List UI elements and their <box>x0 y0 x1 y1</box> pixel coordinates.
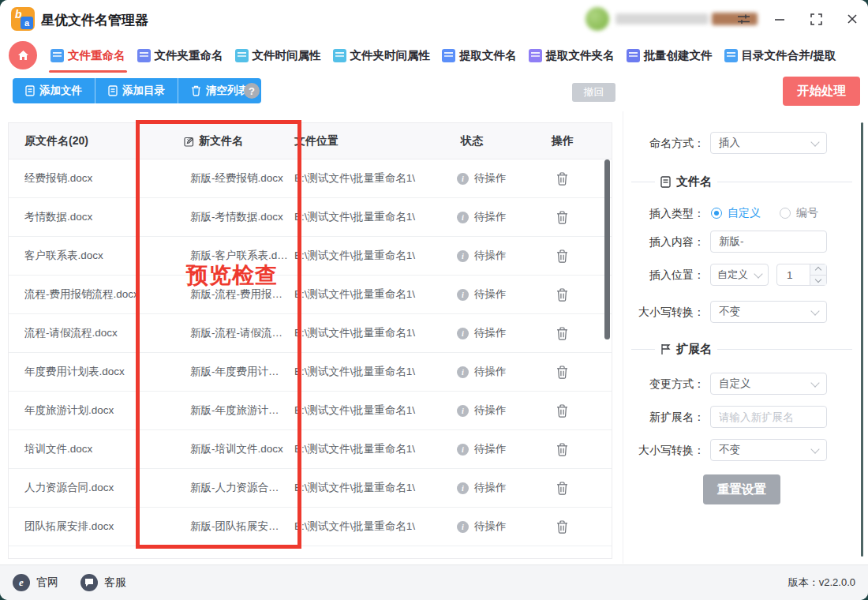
cell-actions <box>545 482 612 495</box>
table-row: 考情数据.docx新版-考情数据.docxE:\测试文件\批量重命名1\i待操作 <box>9 198 612 237</box>
tab-6[interactable]: 提取文件夹名 <box>527 38 616 73</box>
stepper-down-button[interactable] <box>810 276 826 286</box>
close-icon[interactable] <box>844 11 860 27</box>
version-label: 版本：v2.2.0.0 <box>788 576 855 590</box>
cell-new-name: 新版-培训文件.docx <box>190 442 294 456</box>
start-process-button[interactable]: 开始处理 <box>783 77 860 106</box>
tab-5[interactable]: 提取文件名 <box>440 38 518 73</box>
delete-row-button[interactable] <box>556 443 568 456</box>
official-website-link[interactable]: e 官网 <box>13 574 58 591</box>
change-method-select[interactable]: 自定义 <box>710 373 827 395</box>
avatar[interactable] <box>586 7 609 31</box>
cell-actions <box>545 211 612 224</box>
table-row: 培训文件.docx新版-培训文件.docxE:\测试文件\批量重命名1\i待操作 <box>9 430 612 469</box>
col-actions: 操作 <box>545 134 612 148</box>
info-icon: i <box>457 444 469 456</box>
cell-new-name: 新版-人力资源合同.docx <box>190 481 294 495</box>
trash-icon <box>556 443 568 456</box>
table-row-partial: i <box>9 546 612 559</box>
cell-new-name: 新版-客户联系表.docx <box>190 249 294 263</box>
radio-number[interactable]: 编号 <box>780 206 818 220</box>
window-controls <box>735 0 860 38</box>
chevron-down-icon <box>810 137 819 146</box>
cell-status: i待操作 <box>457 171 545 186</box>
delete-row-button[interactable] <box>556 211 568 224</box>
tab-3[interactable]: 文件时间属性 <box>234 38 323 73</box>
tab-8[interactable]: 目录文件合并/提取 <box>723 38 838 73</box>
delete-row-button[interactable] <box>556 482 568 495</box>
delete-row-button[interactable] <box>556 172 568 186</box>
tab-doc-icon <box>137 49 151 62</box>
case-convert-select[interactable]: 不变 <box>710 301 827 323</box>
cell-original-name: 流程-请假流程.docx <box>24 326 190 340</box>
customer-support-link[interactable]: 客服 <box>80 574 126 591</box>
add-folder-label: 添加目录 <box>122 84 165 98</box>
tab-doc-icon <box>627 49 640 62</box>
settings-sliders-icon[interactable] <box>735 11 751 27</box>
tab-4[interactable]: 文件夹时间属性 <box>331 38 432 73</box>
cell-location: E:\测试文件\批量重命名1\ <box>294 249 457 263</box>
cell-status: i待操作 <box>457 519 545 534</box>
file-icon <box>108 85 118 96</box>
stepper-up-button[interactable] <box>810 264 826 276</box>
trash-icon <box>556 288 568 302</box>
home-button[interactable] <box>9 41 37 69</box>
naming-method-label: 命名方式： <box>620 132 705 154</box>
radio-selected-icon <box>711 208 722 219</box>
tab-2[interactable]: 文件夹重命名 <box>136 38 225 73</box>
edit-icon <box>184 136 195 147</box>
username-blurred <box>615 13 709 24</box>
tabbar: 文件重命名文件夹重命名文件时间属性文件夹时间属性提取文件名提取文件夹名批量创建文… <box>0 38 868 73</box>
table-row: 团队拓展安排.docx新版-团队拓展安排.docxE:\测试文件\批量重命名1\… <box>9 508 612 546</box>
tab-doc-icon <box>529 49 542 62</box>
clear-list-label: 清空列表 <box>206 84 249 98</box>
insert-position-select[interactable]: 自定义 <box>710 264 769 286</box>
cell-status: i待操作 <box>457 481 545 495</box>
add-folder-button[interactable]: 添加目录 <box>95 78 178 103</box>
filename-section-title: 文件名 <box>676 174 712 189</box>
delete-row-button[interactable] <box>556 366 568 379</box>
delete-row-button[interactable] <box>556 249 568 263</box>
sidebar-scrollbar[interactable] <box>861 122 863 557</box>
insert-content-input[interactable] <box>710 231 827 253</box>
extension-section: 扩展名 <box>631 342 852 357</box>
help-icon[interactable]: ? <box>244 83 260 99</box>
delete-row-button[interactable] <box>556 520 568 534</box>
info-icon: i <box>457 212 469 223</box>
table-row: 年度旅游计划.docx新版-年度旅游计划.docxE:\测试文件\批量重命名1\… <box>9 392 612 430</box>
trash-icon <box>556 559 568 560</box>
new-ext-input[interactable] <box>710 406 827 428</box>
tab-label: 批量创建文件 <box>644 48 713 63</box>
cell-actions <box>545 327 612 340</box>
tab-1[interactable]: 文件重命名 <box>49 38 127 73</box>
radio-unselected-icon <box>780 208 791 219</box>
cell-original-name: 客户联系表.docx <box>24 249 190 263</box>
tab-7[interactable]: 批量创建文件 <box>625 38 714 73</box>
chevron-up-icon <box>815 267 821 273</box>
maximize-icon[interactable] <box>808 11 824 27</box>
delete-row-button[interactable] <box>556 327 568 340</box>
cell-actions <box>545 172 612 186</box>
ext-case-convert-select[interactable]: 不变 <box>710 439 827 461</box>
radio-custom[interactable]: 自定义 <box>711 206 761 220</box>
sidebar-divider <box>623 111 623 564</box>
reset-settings-button[interactable]: 重置设置 <box>703 474 780 504</box>
delete-row-button[interactable] <box>556 559 568 560</box>
table-scrollbar-thumb[interactable] <box>604 159 610 339</box>
undo-button[interactable]: 撤回 <box>572 83 615 102</box>
cell-original-name: 考情数据.docx <box>24 210 190 224</box>
cell-location: E:\测试文件\批量重命名1\ <box>294 210 457 224</box>
chevron-down-icon <box>815 276 821 283</box>
add-file-button[interactable]: 添加文件 <box>13 78 95 103</box>
naming-method-select[interactable]: 插入 <box>710 132 827 154</box>
toolbar: 添加文件 添加目录 清空列表 ? 撤回 开始处理 <box>0 73 868 111</box>
delete-row-button[interactable] <box>556 288 568 302</box>
delete-row-button[interactable] <box>556 404 568 418</box>
flag-icon <box>660 343 671 355</box>
file-icon <box>25 85 35 96</box>
app-logo-icon: b a <box>11 7 35 31</box>
info-icon: i <box>457 521 469 533</box>
user-account-blurred[interactable] <box>586 6 758 32</box>
minimize-icon[interactable] <box>772 11 788 27</box>
cell-actions <box>545 249 612 263</box>
